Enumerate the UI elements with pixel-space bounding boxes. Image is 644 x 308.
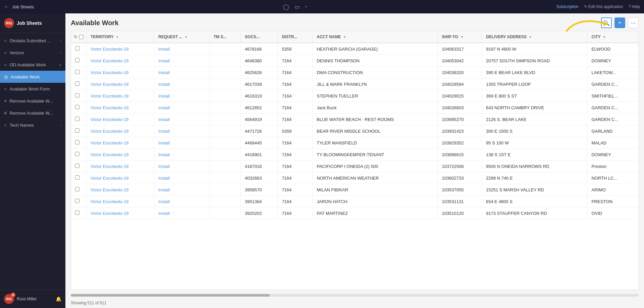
- row-checkbox-cell[interactable]: [71, 172, 87, 184]
- add-button[interactable]: +: [614, 17, 625, 28]
- ship-to-header[interactable]: SHIP-TO ▼: [438, 31, 482, 43]
- row-checkbox[interactable]: [75, 81, 79, 86]
- sidebar-item-remove-available-w2[interactable]: ≡ Remove Available W...: [0, 107, 65, 119]
- row-checkbox[interactable]: [75, 105, 79, 109]
- row-checkbox[interactable]: [75, 199, 79, 203]
- sidebar-item-remove-available-w1[interactable]: + Remove Available W...: [0, 95, 65, 107]
- territory-cell[interactable]: Victor Escobedo-19: [87, 161, 154, 172]
- sidebar-item-verizon[interactable]: ○ Verizon ›: [0, 47, 65, 59]
- row-checkbox-cell[interactable]: [71, 55, 87, 67]
- tm-header[interactable]: TM S...: [209, 31, 240, 43]
- territory-cell[interactable]: Victor Escobedo-19: [87, 196, 154, 207]
- sidebar-item-available-work-form[interactable]: ○ Available Work Form: [0, 83, 65, 95]
- acct-name-cell: TY BLOOMINGKEMPER-TENANT: [313, 149, 438, 161]
- request-cell[interactable]: Install: [154, 78, 210, 90]
- request-header[interactable]: REQUEST ... ▼: [154, 31, 210, 43]
- mobile-icon[interactable]: ▫: [305, 4, 307, 10]
- request-cell[interactable]: Install: [154, 184, 210, 196]
- row-checkbox-cell[interactable]: [71, 114, 87, 125]
- territory-header[interactable]: TERRITORY ▼: [87, 31, 154, 43]
- sidebar-item-tech-names[interactable]: ○ Tech Names ›: [0, 119, 65, 131]
- distr-cell: 5359: [278, 43, 313, 55]
- territory-cell[interactable]: Victor Escobedo-19: [87, 102, 154, 114]
- request-cell[interactable]: Install: [154, 102, 210, 114]
- search-button[interactable]: 🔍: [601, 17, 612, 28]
- more-options-button[interactable]: ···: [628, 17, 639, 28]
- subscription-link[interactable]: Subscription: [556, 4, 578, 9]
- request-cell[interactable]: Install: [154, 207, 210, 219]
- sidebar-item-otadata[interactable]: ○ Otodata Submitted ... ›: [0, 35, 65, 47]
- row-checkbox[interactable]: [75, 164, 79, 168]
- row-checkbox[interactable]: [75, 58, 79, 62]
- socs-header[interactable]: SOCS...: [240, 31, 278, 43]
- city-header[interactable]: CITY ▼: [587, 31, 638, 43]
- territory-cell[interactable]: Victor Escobedo-19: [87, 149, 154, 161]
- tablet-icon[interactable]: ▭: [294, 4, 300, 10]
- territory-cell[interactable]: Victor Escobedo-19: [87, 78, 154, 90]
- sidebar-item-available-work[interactable]: ◎ Available Work: [0, 71, 65, 83]
- territory-cell[interactable]: Victor Escobedo-19: [87, 172, 154, 184]
- distr-cell: 7164: [278, 161, 313, 172]
- request-cell[interactable]: Install: [154, 67, 210, 78]
- distr-cell: 7164: [278, 184, 313, 196]
- edit-app-link[interactable]: ✎ Edit this application: [584, 4, 623, 9]
- delivery-address-header[interactable]: DELIVERY ADDRESS ▼: [482, 31, 587, 43]
- row-checkbox-cell[interactable]: [71, 149, 87, 161]
- request-cell[interactable]: Install: [154, 137, 210, 149]
- request-cell[interactable]: Install: [154, 90, 210, 102]
- row-checkbox[interactable]: [75, 175, 79, 180]
- request-cell[interactable]: Install: [154, 114, 210, 125]
- row-checkbox-cell[interactable]: [71, 137, 87, 149]
- row-checkbox-cell[interactable]: [71, 78, 87, 90]
- distr-cell: 7164: [278, 137, 313, 149]
- acct-name-header[interactable]: ACCT NAME ▼: [313, 31, 438, 43]
- row-checkbox[interactable]: [75, 152, 79, 156]
- delivery-address-cell: 9173 STAUFFER CANYON RD: [482, 207, 587, 219]
- refresh-icon[interactable]: ↻: [74, 35, 77, 39]
- help-link[interactable]: ? Help: [628, 4, 640, 9]
- data-table-container: ↻ TERRITORY ▼ REQUEST ... ▼: [71, 31, 639, 290]
- row-checkbox-cell[interactable]: [71, 196, 87, 207]
- request-cell[interactable]: Install: [154, 43, 210, 55]
- monitor-icon[interactable]: ◯: [283, 4, 289, 10]
- row-checkbox-cell[interactable]: [71, 43, 87, 55]
- territory-cell[interactable]: Victor Escobedo-19: [87, 207, 154, 219]
- row-checkbox-cell[interactable]: [71, 90, 87, 102]
- bell-icon[interactable]: 🔔: [56, 296, 61, 302]
- row-checkbox-cell[interactable]: [71, 161, 87, 172]
- horizontal-scrollbar[interactable]: [65, 293, 644, 298]
- row-checkbox[interactable]: [75, 117, 79, 121]
- row-checkbox[interactable]: [75, 93, 79, 98]
- request-cell[interactable]: Install: [154, 196, 210, 207]
- territory-cell[interactable]: Victor Escobedo-19: [87, 184, 154, 196]
- back-button[interactable]: ←: [4, 4, 9, 10]
- row-checkbox[interactable]: [75, 187, 79, 191]
- select-all-checkbox[interactable]: [79, 35, 84, 39]
- territory-cell[interactable]: Victor Escobedo-19: [87, 55, 154, 67]
- distr-header[interactable]: DISTR...: [278, 31, 313, 43]
- request-cell[interactable]: Install: [154, 125, 210, 137]
- row-checkbox-cell[interactable]: [71, 67, 87, 78]
- circle-icon: ○: [4, 122, 7, 128]
- row-checkbox[interactable]: [75, 70, 79, 74]
- row-checkbox[interactable]: [75, 210, 79, 215]
- socs-cell: 4418901: [240, 149, 278, 161]
- row-checkbox[interactable]: [75, 140, 79, 144]
- territory-cell[interactable]: Victor Escobedo-19: [87, 43, 154, 55]
- territory-cell[interactable]: Victor Escobedo-19: [87, 67, 154, 78]
- row-checkbox-cell[interactable]: [71, 102, 87, 114]
- request-cell[interactable]: Install: [154, 172, 210, 184]
- row-checkbox[interactable]: [75, 128, 79, 133]
- row-checkbox-cell[interactable]: [71, 207, 87, 219]
- territory-cell[interactable]: Victor Escobedo-19: [87, 125, 154, 137]
- request-cell[interactable]: Install: [154, 55, 210, 67]
- request-cell[interactable]: Install: [154, 149, 210, 161]
- row-checkbox[interactable]: [75, 46, 79, 51]
- territory-cell[interactable]: Victor Escobedo-19: [87, 90, 154, 102]
- row-checkbox-cell[interactable]: [71, 125, 87, 137]
- territory-cell[interactable]: Victor Escobedo-19: [87, 114, 154, 125]
- request-cell[interactable]: Install: [154, 161, 210, 172]
- row-checkbox-cell[interactable]: [71, 184, 87, 196]
- sidebar-item-od-available-work[interactable]: ○ OD Available Work ∨: [0, 59, 65, 71]
- territory-cell[interactable]: Victor Escobedo-19: [87, 137, 154, 149]
